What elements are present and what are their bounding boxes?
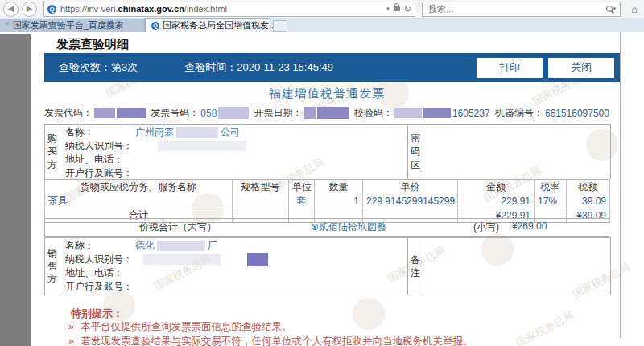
site-favicon-icon: Q: [47, 5, 56, 14]
redacted-value: [394, 108, 422, 118]
redacted-value: [158, 141, 246, 151]
address-bar[interactable]: Q https://inv-veri.chinatax.gov.cn/index…: [43, 2, 415, 17]
grand-total-label: 价税合计（大写）: [45, 220, 311, 234]
verify-toolbar: 查验次数：第3次 查验时间：2020-11-23 15:45:49 打印 关闭: [44, 53, 620, 82]
item-row: 茶具 套 1 229.9145299145299 229.91 17% 39.0…: [45, 194, 610, 208]
buyer-name-row: 名称： 广州雨霖 公司: [65, 126, 407, 139]
search-icon[interactable]: [606, 6, 613, 12]
tab-baidu-search[interactable]: * 国家发票查验平台_百度搜索: [0, 19, 145, 32]
tab-bar: * 国家发票查验平台_百度搜索 Q 国家税务总局全国增值税发... ×: [0, 18, 644, 32]
verify-time: 查验时间：2020-11-23 15:45:49: [184, 60, 333, 75]
invoice-code-field: 发票代码：: [44, 106, 146, 120]
invoice-info-row: 发票代码： 发票号码： 058 开票日期： 校验码： 1605237 机器编号：…: [44, 106, 609, 120]
seller-address-row: 地址、电话：: [65, 266, 407, 280]
verify-count: 查验次数：第3次: [59, 60, 138, 75]
invoice-number-field: 发票号码： 058: [151, 106, 249, 120]
tab-label: 国家发票查验平台_百度搜索: [13, 19, 124, 31]
remark-area: [423, 238, 610, 295]
content-right-border: [620, 32, 621, 338]
home-icon[interactable]: ⌂: [631, 3, 638, 15]
page-title: 发票查验明细: [56, 37, 129, 52]
redacted-value: [218, 107, 249, 119]
redacted-value: [247, 253, 268, 266]
close-button[interactable]: 关闭: [548, 58, 614, 78]
redacted-value: [317, 107, 349, 119]
grand-total-row: 价税合计（大写） ⊗贰佰陆拾玖圆整 (小写) ¥269.00: [44, 218, 609, 237]
remark-label: 备注: [411, 253, 421, 279]
refresh-icon[interactable]: ↻: [404, 4, 411, 14]
seller-side-label: 销售方: [47, 247, 58, 286]
buyer-bank-row: 开户行及账号：: [65, 167, 407, 180]
buyer-side-label: 购买方: [47, 132, 58, 171]
amount-in-figures: (小写) ¥269.00: [473, 220, 609, 234]
password-area-label: 密码区: [411, 132, 421, 171]
tab-favicon-icon: *: [6, 20, 10, 31]
buyer-taxid-row: 纳税人识别号：: [65, 139, 407, 153]
print-button[interactable]: 打印: [477, 58, 543, 78]
notice-title: 特别提示：: [71, 307, 123, 321]
password-area: [423, 125, 610, 179]
tab-label: 国家税务总局全国增值税发...: [163, 19, 276, 31]
seller-taxid-row: 纳税人识别号：: [65, 253, 407, 266]
redacted-value: [157, 241, 205, 251]
seller-name-row: 名称： 德化 厂: [65, 239, 407, 253]
items-table: 货物或应税劳务、服务名称规格型号 单位数量 单价金额 税率税额 茶具 套 1 2…: [44, 179, 610, 223]
tab-favicon-icon: Q: [151, 22, 159, 30]
notice-item: »本平台仅提供所查询发票票面信息的查验结果。: [68, 320, 291, 334]
seller-bank-row: 开户行及账号：: [65, 280, 407, 294]
invoice-date-field: 开票日期：: [254, 106, 349, 120]
notice-item: »若发现发票查验结果与实际交易不符，任何单位或个人有权拒收并向当地税务机关举报。: [68, 335, 473, 346]
buyer-section: 购买方 名称： 广州雨霖 公司 纳税人识别号： 地址、电话： 开户行及账号： 密…: [44, 124, 611, 179]
redacted-value: [176, 127, 218, 138]
tab-invoice-verify[interactable]: Q 国家税务总局全国增值税发... ×: [145, 18, 270, 32]
redacted-value: [423, 108, 451, 118]
redacted-value: [304, 107, 316, 119]
forward-icon[interactable]: ▶: [22, 2, 37, 17]
invoice-title: 福建增值税普通发票: [44, 86, 609, 101]
redacted-value: [117, 108, 146, 118]
items-header-row: 货物或应税劳务、服务名称规格型号 单位数量 单价金额 税率税额: [45, 180, 610, 195]
redacted-value: [143, 254, 221, 265]
machine-number-field: 机器编号： 661516097500: [495, 106, 609, 120]
check-code-field: 校验码： 1605237: [354, 106, 490, 120]
search-box[interactable]: ▾: [422, 2, 621, 17]
lock-icon: [394, 6, 400, 11]
url-text: https://inv-veri.chinatax.gov.cn/index.h…: [60, 4, 227, 14]
back-icon[interactable]: ◀: [3, 2, 19, 17]
left-dark-strip: [0, 34, 31, 346]
browser-chrome: ◀ ▶ Q https://inv-veri.chinatax.gov.cn/i…: [0, 0, 644, 19]
search-input[interactable]: [427, 3, 606, 14]
amount-in-words: ⊗贰佰陆拾玖圆整: [311, 220, 473, 234]
address-dropdown-icon[interactable]: ▾: [386, 6, 390, 12]
seller-section: 销售方 名称： 德化 厂 纳税人识别号： 地址、电话： 开户行及账号： 备注: [44, 237, 611, 295]
redacted-value: [94, 108, 115, 118]
buyer-address-row: 地址、电话：: [65, 153, 407, 167]
new-tab-button[interactable]: [273, 20, 287, 32]
